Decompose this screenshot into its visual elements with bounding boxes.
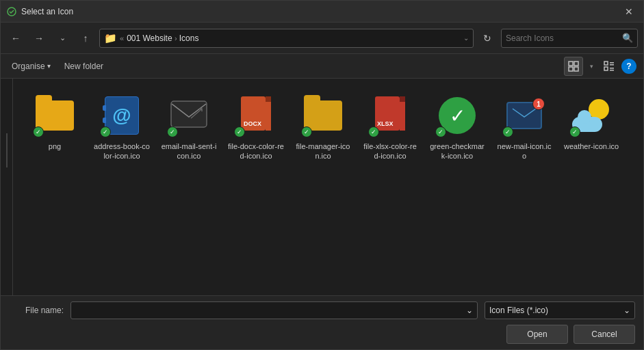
file-icon-wrapper-png: ✓ (33, 94, 77, 137)
new-mail-icon: 1 (506, 102, 542, 129)
action-bar: Organise ▾ New folder ▾ (1, 54, 643, 79)
svg-rect-20 (400, 96, 405, 102)
file-name-xlsx: file-xlsx-color-red-icon.ico (362, 142, 418, 161)
xlsx-icon: XLSX (374, 96, 406, 135)
title-bar-left: Select an Icon (6, 6, 73, 17)
svg-rect-1 (569, 62, 573, 66)
file-item-green-check[interactable]: ✓ ✓ green-checkmark-icon.ico (426, 90, 488, 165)
svg-rect-4 (574, 67, 578, 71)
file-icon-wrapper-xlsx: XLSX ✓ (368, 94, 412, 137)
forward-button[interactable]: → (29, 29, 49, 48)
nav-divider (6, 133, 8, 167)
new-folder-button[interactable]: New folder (60, 59, 107, 74)
svg-rect-3 (569, 67, 573, 71)
view-dropdown-button[interactable]: ▾ (586, 57, 597, 76)
file-icon-wrapper-green-check: ✓ ✓ (435, 94, 479, 137)
open-button[interactable]: Open (506, 325, 568, 344)
svg-rect-7 (610, 64, 614, 66)
buttons-row: Open Cancel (9, 325, 635, 344)
svg-rect-9 (610, 68, 614, 69)
address-path: 001 Website › Icons (127, 33, 461, 43)
file-manager-icon (304, 100, 342, 131)
svg-rect-19 (400, 102, 405, 131)
svg-text:XLSX: XLSX (377, 120, 394, 127)
organise-chevron: ▾ (47, 62, 51, 70)
bottom-bar: File name: ⌄ Icon Files (*.ico) ⌄ Open C… (1, 295, 643, 349)
title-text: Select an Icon (21, 7, 73, 16)
file-name-weather: weather-icon.ico (564, 142, 619, 151)
cancel-button[interactable]: Cancel (574, 325, 635, 344)
check-badge-address-book: ✓ (100, 126, 111, 137)
file-item-png[interactable]: ✓ png (24, 90, 86, 165)
svg-rect-5 (604, 62, 608, 65)
refresh-button[interactable]: ↻ (478, 29, 497, 48)
file-item-file-manager[interactable]: ✓ file-manager-icon.ico (292, 90, 354, 165)
address-folder-icon: 📁 (104, 32, 117, 44)
file-item-new-mail[interactable]: 1 ✓ new-mail-icon.ico (493, 90, 555, 165)
up-button[interactable]: ↑ (76, 29, 95, 48)
filetype-select[interactable]: Icon Files (*.ico) ⌄ (485, 301, 635, 319)
filetype-label: Icon Files (*.ico) (489, 306, 548, 315)
filename-input[interactable]: ⌄ (70, 301, 478, 319)
toolbar: ← → ⌄ ↑ 📁 « 001 Website › Icons ⌄ ↻ 🔍 (1, 23, 643, 54)
nav-panel (1, 79, 13, 295)
organise-button[interactable]: Organise ▾ (8, 59, 55, 74)
file-name-docx: file-docx-color-red-icon.ico (228, 142, 284, 161)
help-button[interactable]: ? (621, 59, 636, 74)
filename-row: File name: ⌄ Icon Files (*.ico) ⌄ (9, 301, 635, 319)
view-controls: ▾ ? (564, 57, 636, 76)
check-badge-green-check: ✓ (435, 126, 446, 137)
file-icon-wrapper-file-manager: ✓ (301, 94, 345, 137)
main-content: ✓ png @ ✓ address-book-color-icon.ico (1, 79, 643, 295)
svg-rect-10 (610, 70, 614, 71)
address-chevron[interactable]: ⌄ (463, 34, 469, 42)
check-badge-new-mail: ✓ (502, 126, 513, 137)
file-icon-wrapper-email-sent: ✓ (167, 94, 211, 137)
file-name-file-manager: file-manager-icon.ico (295, 142, 351, 161)
email-sent-icon (170, 100, 207, 131)
search-input[interactable] (506, 33, 619, 43)
check-badge-docx: ✓ (234, 126, 245, 137)
file-item-address-book[interactable]: @ ✓ address-book-color-icon.ico (91, 90, 153, 165)
file-icon-wrapper-address-book: @ ✓ (100, 94, 144, 137)
address-bar[interactable]: 📁 « 001 Website › Icons ⌄ (99, 29, 474, 48)
check-badge-email-sent: ✓ (167, 126, 178, 137)
mail-envelope (512, 107, 537, 124)
file-item-docx[interactable]: DOCX ✓ file-docx-color-red-icon.ico (225, 90, 287, 165)
back-button[interactable]: ← (6, 29, 25, 48)
svg-rect-14 (266, 102, 271, 131)
search-icon: 🔍 (622, 33, 633, 43)
docx-icon: DOCX (240, 96, 272, 135)
svg-rect-11 (171, 101, 207, 127)
organise-label: Organise (12, 62, 45, 71)
file-item-email-sent[interactable]: ✓ email-mail-sent-icon.ico (158, 90, 220, 165)
check-badge-file-manager: ✓ (301, 126, 312, 137)
file-item-xlsx[interactable]: XLSX ✓ file-xlsx-color-red-icon.ico (359, 90, 421, 165)
file-icon-wrapper-weather: ✓ (569, 94, 613, 137)
file-name-png: png (49, 142, 61, 151)
grid-view-icon (568, 61, 579, 72)
dropdown-button[interactable]: ⌄ (53, 29, 72, 48)
svg-rect-2 (574, 62, 578, 66)
file-name-new-mail: new-mail-icon.ico (496, 142, 552, 161)
file-item-weather[interactable]: ✓ weather-icon.ico (561, 90, 622, 165)
detail-view-icon (604, 61, 615, 72)
check-badge-xlsx: ✓ (368, 126, 379, 137)
path-separator: › (175, 34, 179, 42)
filename-chevron: ⌄ (466, 306, 473, 315)
svg-rect-15 (266, 96, 271, 102)
file-name-email-sent: email-mail-sent-icon.ico (161, 142, 217, 161)
path-part2: Icons (179, 33, 199, 43)
close-button[interactable]: ✕ (620, 3, 638, 21)
file-icon-wrapper-docx: DOCX ✓ (234, 94, 278, 137)
svg-text:DOCX: DOCX (244, 120, 261, 127)
folder-icon-png (36, 100, 74, 131)
file-icon-wrapper-new-mail: 1 ✓ (502, 94, 546, 137)
view-detail-button[interactable] (600, 57, 619, 76)
new-folder-label: New folder (64, 62, 103, 71)
svg-rect-8 (604, 67, 608, 70)
mail-badge: 1 (532, 98, 545, 110)
view-icon-button[interactable] (564, 57, 583, 76)
title-icon (6, 6, 17, 17)
filename-label: File name: (9, 306, 64, 315)
